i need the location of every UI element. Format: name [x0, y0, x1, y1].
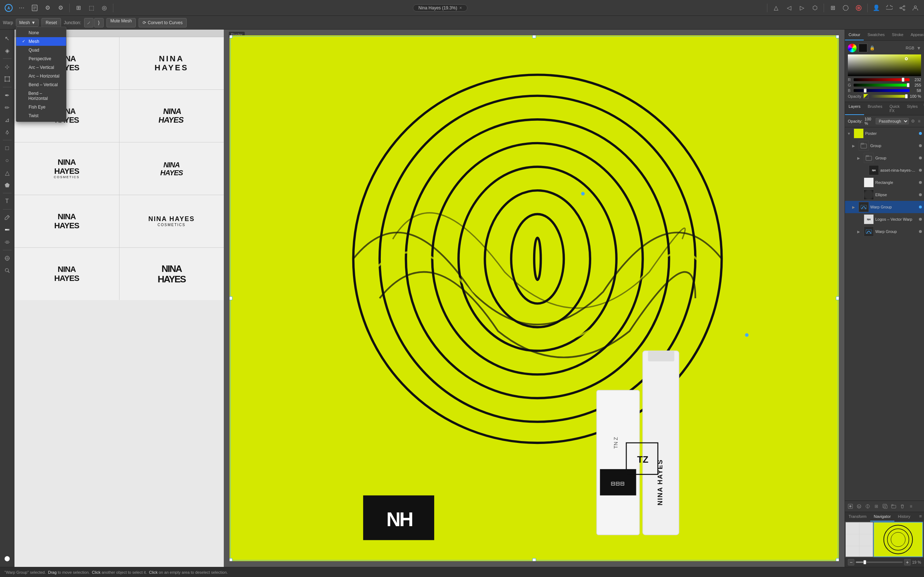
- tab-transform[interactable]: Transform: [845, 512, 870, 521]
- layer-mask-icon[interactable]: [846, 502, 855, 510]
- tab-history[interactable]: History: [894, 512, 914, 521]
- canvas-area[interactable]: Warp NINAHAYES NINAHAYES NINAHAYES NINAH…: [15, 29, 845, 567]
- tab-navigator[interactable]: Navigator: [870, 512, 894, 521]
- circle-icon[interactable]: ◎: [99, 2, 110, 14]
- snap-icon[interactable]: ⬚: [86, 2, 97, 14]
- sample-5[interactable]: NINAHAYESCOSMETICS: [15, 142, 119, 195]
- brush-tool[interactable]: ✏: [2, 102, 13, 113]
- sample-10[interactable]: NINAHAYES: [120, 248, 224, 300]
- mask-icon[interactable]: [853, 2, 864, 14]
- layer-logos-vector[interactable]: ▶ NH Logos – Vector Warp: [845, 213, 924, 226]
- sample-4[interactable]: NINAHAYES: [120, 90, 224, 142]
- color-gradient-cursor[interactable]: [905, 57, 908, 60]
- reset-button[interactable]: Reset: [42, 18, 61, 27]
- layer-group-icon[interactable]: [890, 502, 898, 510]
- sample-7[interactable]: NINAHAYES: [15, 195, 119, 247]
- user-icon[interactable]: 👤: [871, 2, 882, 14]
- cloud-icon[interactable]: [884, 2, 895, 14]
- navigator-zoom-out[interactable]: −: [848, 559, 855, 566]
- layer-visibility-poster[interactable]: [919, 132, 922, 135]
- layer-rectangle[interactable]: ▶ Rectangle: [845, 176, 924, 189]
- layer-group2[interactable]: ▶ Group: [845, 152, 924, 164]
- warp-option-quad[interactable]: Quad: [16, 46, 66, 55]
- paint-tool[interactable]: ⊿: [2, 114, 13, 126]
- warp-option-twist[interactable]: Twist: [16, 111, 66, 120]
- circle-tool[interactable]: ○: [2, 155, 13, 166]
- layers-menu-icon[interactable]: ≡: [921, 102, 924, 115]
- mute-mesh-button[interactable]: Mute Mesh: [107, 18, 136, 27]
- expand-poster[interactable]: ▼: [847, 132, 852, 135]
- navigator-zoom-handle[interactable]: [863, 560, 866, 564]
- layer-options-icon[interactable]: ≡: [917, 118, 921, 125]
- tab-appearance[interactable]: Appearance: [907, 29, 924, 40]
- close-tab-icon[interactable]: ×: [459, 5, 462, 10]
- opacity-handle[interactable]: [905, 94, 908, 98]
- expand-warp-group[interactable]: ▶: [852, 205, 857, 209]
- app-logo[interactable]: A: [3, 2, 15, 14]
- warp-option-perspective[interactable]: Perspective: [16, 55, 66, 63]
- document-title[interactable]: Nina Hayes (19.3%) ×: [413, 4, 467, 11]
- layer-visibility-group2[interactable]: [919, 156, 922, 160]
- warp-option-none[interactable]: None: [16, 29, 66, 37]
- sample-9[interactable]: NINAHAYES: [15, 248, 119, 300]
- layer-adjust-icon[interactable]: [864, 502, 872, 510]
- layer-settings-icon[interactable]: ⚙: [911, 118, 915, 125]
- color-picker-tool[interactable]: ⬤: [2, 553, 13, 564]
- junction-smooth-button[interactable]: ⟋: [84, 18, 94, 27]
- layer-visibility-group1[interactable]: [919, 144, 922, 147]
- warp-type-dropdown[interactable]: Mesh ▼: [16, 19, 39, 27]
- channel-g-slider[interactable]: [854, 84, 909, 87]
- blend-tool[interactable]: ⌯: [2, 236, 13, 248]
- triangle-shape-tool[interactable]: △: [2, 167, 13, 179]
- layer-visibility-asset[interactable]: [919, 169, 922, 172]
- convert-to-curves-button[interactable]: ⟳ Convert to Curves: [139, 18, 187, 27]
- warp-option-bend-horizontal[interactable]: Bend – Horizontal: [16, 89, 66, 103]
- channel-g-handle[interactable]: [907, 83, 909, 87]
- channel-r-handle[interactable]: [901, 77, 905, 82]
- blend-mode-select[interactable]: Passthrough Normal Multiply: [876, 118, 909, 124]
- warp-option-arc-horizontal[interactable]: Arc – Horizontal: [16, 72, 66, 81]
- pen-tool[interactable]: ✒: [2, 89, 13, 101]
- poster-canvas[interactable]: Poster: [224, 29, 845, 567]
- layer-duplicate-icon[interactable]: ⊞: [872, 502, 880, 510]
- rectangle-tool[interactable]: □: [2, 142, 13, 154]
- tab-swatches[interactable]: Swatches: [864, 29, 888, 40]
- sample-6[interactable]: NINAHAYES: [120, 142, 224, 195]
- channel-r-slider[interactable]: [854, 78, 909, 81]
- warp-option-fish-eye[interactable]: Fish Eye: [16, 103, 66, 111]
- grid-icon[interactable]: ⊞: [73, 2, 84, 14]
- expand-warp-group2[interactable]: ▶: [857, 230, 862, 234]
- layer-visibility-logos-vector[interactable]: [919, 218, 922, 221]
- layer-visibility-warp-group2[interactable]: [919, 230, 922, 233]
- tab-quick-fx[interactable]: Quick FX: [886, 102, 903, 115]
- warp-icon[interactable]: [840, 2, 851, 14]
- gear-icon[interactable]: ⚙: [42, 2, 53, 14]
- left-arrow-icon[interactable]: ◁: [783, 2, 795, 14]
- layer-group1[interactable]: ▶ Group: [845, 140, 924, 152]
- text-tool[interactable]: T: [2, 195, 13, 207]
- eyedropper-tool[interactable]: [2, 212, 13, 223]
- color-swatch-black[interactable]: [859, 44, 867, 52]
- junction-sharp-button[interactable]: ⟩: [94, 18, 103, 27]
- navigator-zoom-in[interactable]: +: [904, 559, 911, 566]
- layer-warp-group[interactable]: ▶ Warp Group: [845, 201, 924, 213]
- crop-tool[interactable]: ⊹: [2, 61, 13, 73]
- export-icon[interactable]: ⬡: [809, 2, 821, 14]
- warp-mesh-tool[interactable]: [2, 253, 13, 264]
- constraints-icon[interactable]: ⊞: [827, 2, 838, 14]
- account-icon[interactable]: [909, 2, 921, 14]
- channel-b-slider[interactable]: [854, 89, 909, 92]
- tab-styles[interactable]: Styles: [903, 102, 921, 115]
- warp-option-bend-vertical[interactable]: Bend – Vertical: [16, 81, 66, 89]
- gradient-tool[interactable]: [2, 224, 13, 235]
- layer-ellipse[interactable]: ▶ Ellipse: [845, 189, 924, 201]
- layer-visibility-rectangle[interactable]: [919, 181, 922, 184]
- tab-stroke[interactable]: Stroke: [888, 29, 907, 40]
- transform-tool[interactable]: [2, 73, 13, 85]
- tab-layers[interactable]: Layers: [845, 102, 864, 115]
- warp-option-mesh[interactable]: ✓ Mesh: [16, 37, 66, 46]
- layer-asset[interactable]: ▶ NH asset-nina-hayes-...: [845, 164, 924, 176]
- menu-icon[interactable]: ⋯: [16, 2, 27, 14]
- node-tool[interactable]: ◈: [2, 45, 13, 56]
- triangle-icon[interactable]: △: [770, 2, 782, 14]
